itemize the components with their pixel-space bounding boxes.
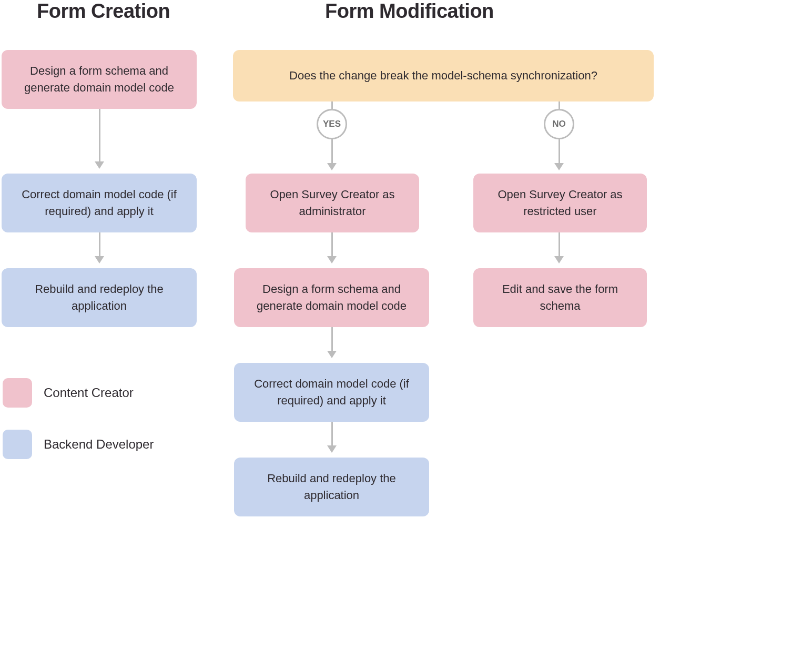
yes-step-open-admin: Open Survey Creator as administrator <box>246 174 419 232</box>
creation-step-rebuild: Rebuild and redeploy the application <box>2 268 197 327</box>
yes-step-design-schema: Design a form schema and generate domain… <box>234 268 429 327</box>
creation-step-design-schema: Design a form schema and generate domain… <box>2 50 197 109</box>
creation-step-correct-code: Correct domain model code (if required) … <box>2 174 197 232</box>
decision-no: NO <box>544 109 574 139</box>
arrow-icon <box>326 422 338 453</box>
heading-form-creation: Form Creation <box>37 0 170 23</box>
decision-yes: YES <box>317 109 347 139</box>
arrow-icon <box>326 232 338 263</box>
no-step-edit-save: Edit and save the form schema <box>473 268 647 327</box>
arrow-icon <box>326 327 338 358</box>
yes-step-correct-code: Correct domain model code (if required) … <box>234 363 429 422</box>
no-step-open-restricted: Open Survey Creator as restricted user <box>473 174 647 232</box>
arrow-icon <box>553 139 565 170</box>
yes-step-rebuild: Rebuild and redeploy the application <box>234 458 429 516</box>
arrow-icon <box>93 232 106 263</box>
diagram-canvas: Form Creation Form Modification Design a… <box>0 0 812 670</box>
legend-label-pink: Content Creator <box>44 385 134 400</box>
arrow-icon <box>93 109 106 169</box>
no-connector <box>553 101 565 109</box>
modification-question: Does the change break the model-schema s… <box>233 50 654 101</box>
legend-label-blue: Backend Developer <box>44 437 154 452</box>
legend-backend-developer: Backend Developer <box>3 430 154 459</box>
swatch-blue <box>3 430 32 459</box>
swatch-pink <box>3 378 32 408</box>
arrow-icon <box>326 139 338 170</box>
yes-connector <box>326 101 338 109</box>
heading-form-modification: Form Modification <box>325 0 494 23</box>
arrow-icon <box>553 232 565 263</box>
legend-content-creator: Content Creator <box>3 378 134 408</box>
